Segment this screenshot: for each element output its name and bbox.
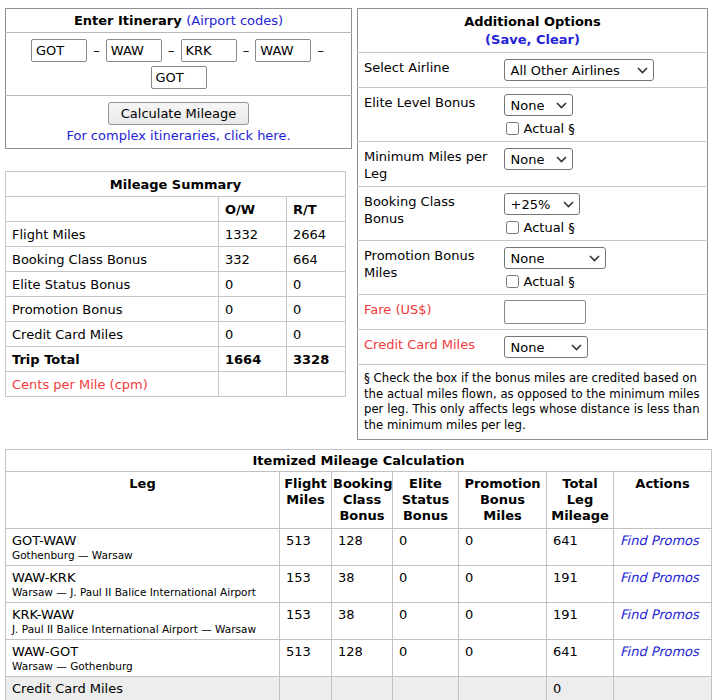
clear-link[interactable]: Clear [536,32,574,47]
find-promos-link[interactable]: Find Promos [620,533,699,548]
elite-status-bonus-cell: 0 [393,528,459,565]
promotion-bonus-cell: None Actual § [498,241,708,295]
find-promos-link[interactable]: Find Promos [620,607,699,622]
mileage-summary-table: Mileage Summary O/W R/T Flight Miles 133… [5,171,346,397]
summary-ow-value: 1332 [219,222,287,247]
summary-rt-value: 2664 [287,222,346,247]
total-leg-mileage-cell: 191 [547,602,614,639]
airport-code-input-1[interactable] [31,39,87,62]
booking-class-bonus-cell [332,676,393,700]
promotion-actual-checkbox[interactable] [506,275,519,288]
right-column: Additional Options (Save, Clear) Select … [357,8,708,440]
actions-cell: Find Promos [614,528,712,565]
elite-level-bonus-dropdown[interactable]: None [504,94,574,116]
chevron-down-icon [589,255,600,262]
summary-row: Booking Class Bonus 332 664 [6,247,346,272]
actions-cell: Find Promos [614,602,712,639]
airport-codes-link[interactable]: (Airport codes) [186,13,283,28]
actions-cell [614,676,712,700]
calculate-mileage-button[interactable]: Calculate Mileage [108,102,250,125]
credit-card-miles-row: Credit Card Miles 0 [6,676,712,700]
itinerary-actions-row: Calculate Mileage For complex itinerarie… [6,96,352,149]
additional-options-title-text: Additional Options [464,14,601,29]
leg-cell: WAW-GOT Warsaw — Gothenburg [6,639,280,676]
summary-header-empty [6,197,219,222]
booking-class-bonus-cell: 128 [332,528,393,565]
column-header-promotion-bonus-miles: Promotion Bonus Miles [459,472,547,529]
actions-cell: Find Promos [614,639,712,676]
elite-status-bonus-cell [393,676,459,700]
elite-level-bonus-label: Elite Level Bonus [358,88,498,142]
total-leg-mileage-cell: 641 [547,639,614,676]
credit-card-miles-dropdown[interactable]: None [504,336,588,358]
complex-itineraries-link[interactable]: For complex itineraries, click here. [66,128,290,143]
fare-input[interactable] [504,300,586,324]
elite-actual-checkbox[interactable] [506,122,519,135]
minimum-miles-dropdown[interactable]: None [504,148,574,170]
leg-route: J. Paul II Balice International Airport … [12,623,273,635]
itinerary-separator: – [93,43,100,58]
airport-code-input-3[interactable] [181,39,237,62]
leg-route: Gothenburg — Warsaw [12,549,273,561]
select-airline-cell: All Other Airlines [498,53,708,88]
save-link[interactable]: Save [491,32,526,47]
find-promos-link[interactable]: Find Promos [620,644,699,659]
promotion-bonus-dropdown[interactable]: None [504,247,606,269]
summary-rt-value: 664 [287,247,346,272]
chevron-down-icon [556,102,567,109]
summary-label: Trip Total [6,347,219,372]
itinerary-separator: – [168,43,175,58]
minimum-miles-cell: None [498,142,708,187]
airport-code-input-4[interactable] [255,39,311,62]
find-promos-link[interactable]: Find Promos [620,570,699,585]
itinerary-separator: – [243,43,250,58]
bonus-miles-note: § Check the box if the bonus miles are c… [358,365,708,440]
summary-rt-value: 3328 [287,347,346,372]
booking-class-bonus-cell: 38 [332,565,393,602]
summary-row: Elite Status Bonus 0 0 [6,272,346,297]
summary-ow-value: 0 [219,272,287,297]
total-leg-mileage-cell: 191 [547,565,614,602]
itemized-mileage-table: Itemized Mileage Calculation Leg Flight … [5,449,712,700]
subtitle-separator: , [526,32,535,47]
summary-ow-value: 1664 [219,347,287,372]
select-airline-label: Select Airline [358,53,498,88]
booking-actual-checkbox[interactable] [506,221,519,234]
fare-label: Fare (US$) [358,295,498,330]
summary-ow-value [219,372,287,397]
left-column: Enter Itinerary (Airport codes) – – – – [5,8,352,397]
summary-label: Promotion Bonus [6,297,219,322]
summary-row: Promotion Bonus 0 0 [6,297,346,322]
promotion-bonus-cell: 0 [459,639,547,676]
promotion-bonus-cell [459,676,547,700]
summary-ow-value: 0 [219,297,287,322]
chevron-down-icon [637,67,648,74]
leg-code: WAW-GOT [12,644,273,659]
itinerary-inputs-row: – – – – [6,33,352,96]
leg-row: WAW-GOT Warsaw — Gothenburg 513 128 0 0 … [6,639,712,676]
column-header-booking-class-bonus: Booking Class Bonus [332,472,393,529]
credit-card-miles-label: Credit Card Miles [358,330,498,365]
elite-status-bonus-cell: 0 [393,565,459,602]
airport-code-input-2[interactable] [106,39,162,62]
flight-miles-cell: 513 [280,528,332,565]
booking-class-bonus-dropdown[interactable]: +25% [504,193,580,215]
booking-class-bonus-cell: 128 [332,639,393,676]
airport-code-input-5[interactable] [151,66,207,89]
chevron-down-icon [571,344,582,351]
leg-code: GOT-WAW [12,533,273,548]
column-header-elite-status-bonus: Elite Status Bonus [393,472,459,529]
total-leg-mileage-cell: 641 [547,528,614,565]
select-airline-value: All Other Airlines [511,63,620,78]
summary-rt-value: 0 [287,272,346,297]
leg-cell: KRK-WAW J. Paul II Balice International … [6,602,280,639]
column-header-leg: Leg [6,472,280,529]
mileage-calculator-page: Enter Itinerary (Airport codes) – – – – [0,0,714,700]
booking-class-bonus-cell: +25% Actual § [498,187,708,241]
select-airline-dropdown[interactable]: All Other Airlines [504,59,654,81]
promotion-bonus-cell: 0 [459,565,547,602]
booking-actual-label: Actual § [524,220,575,235]
itemized-header-row: Leg Flight Miles Booking Class Bonus Eli… [6,472,712,529]
booking-class-bonus-value: +25% [511,197,551,212]
additional-options-panel: Additional Options (Save, Clear) Select … [357,8,708,440]
